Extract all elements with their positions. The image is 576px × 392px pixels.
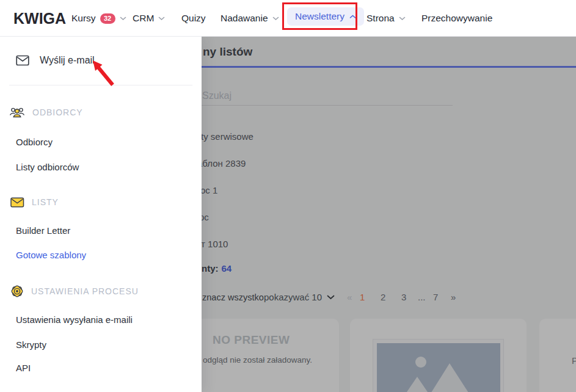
chevron-down-icon	[399, 16, 406, 21]
menu-item-send-email[interactable]: Wyślij e-mail	[16, 54, 95, 67]
section-title: LISTY	[32, 197, 59, 207]
nav-item-nadawanie[interactable]: Nadawanie	[221, 10, 279, 26]
nav-label: Newslettery	[295, 11, 345, 22]
nav-label: Quizy	[181, 13, 206, 24]
menu-item-listy-odbiorcow[interactable]: Listy odbiorców	[16, 161, 79, 173]
app-window: ny listów ty serwisowe аблон 2839 ос 1 р…	[0, 0, 576, 392]
nav-item-przechowywanie[interactable]: Przechowywanie	[421, 10, 492, 26]
nav-item-crm[interactable]: CRM	[133, 10, 165, 26]
kwiga-logo[interactable]: KWIGA	[13, 10, 66, 27]
menu-item-odbiorcy[interactable]: Odbiorcy	[16, 136, 53, 148]
newslettery-dropdown-menu: Wyślij e-mail ODBIORCY Odbiorcy Listy od…	[0, 37, 202, 392]
menu-item-ustawienia-wysylania[interactable]: Ustawienia wysyłania e-maili	[16, 314, 133, 326]
nav-label: Strona	[366, 13, 395, 24]
menu-item-label: Wyślij e-mail	[40, 55, 95, 66]
top-navigation: KWIGA Kursy 32 CRM Quizy Nadawanie Newsl…	[0, 0, 576, 37]
section-header-listy: LISTY	[9, 195, 59, 209]
chevron-up-icon	[349, 15, 356, 19]
nav-label: Nadawanie	[221, 13, 268, 24]
nav-item-kursy[interactable]: Kursy 32	[71, 10, 126, 26]
users-icon	[9, 106, 25, 118]
menu-divider	[9, 85, 192, 85]
menu-item-builder-letter[interactable]: Builder Letter	[16, 225, 70, 237]
section-header-ustawienia-procesu: USTAWIENIA PROCESU	[9, 284, 139, 299]
envelope-icon	[10, 197, 24, 208]
courses-count-badge: 32	[100, 13, 115, 24]
gear-icon	[10, 285, 24, 298]
mail-icon	[16, 55, 29, 66]
nav-label: Przechowywanie	[421, 13, 492, 24]
section-header-odbiorcy: ODBIORCY	[9, 105, 83, 120]
section-title: USTAWIENIA PROCESU	[31, 286, 139, 296]
nav-label: Kursy	[71, 13, 96, 24]
section-title: ODBIORCY	[32, 107, 83, 117]
menu-item-api[interactable]: API	[16, 362, 31, 374]
nav-item-strona[interactable]: Strona	[366, 10, 406, 26]
menu-item-gotowe-szablony[interactable]: Gotowe szablony	[16, 249, 86, 261]
chevron-down-icon	[272, 16, 279, 21]
nav-item-newslettery[interactable]: Newslettery	[287, 7, 364, 26]
nav-item-quizy[interactable]: Quizy	[181, 10, 206, 26]
menu-item-skrypty[interactable]: Skrypty	[16, 339, 46, 351]
chevron-down-icon	[120, 16, 126, 21]
chevron-down-icon	[158, 16, 165, 21]
nav-label: CRM	[133, 13, 154, 24]
